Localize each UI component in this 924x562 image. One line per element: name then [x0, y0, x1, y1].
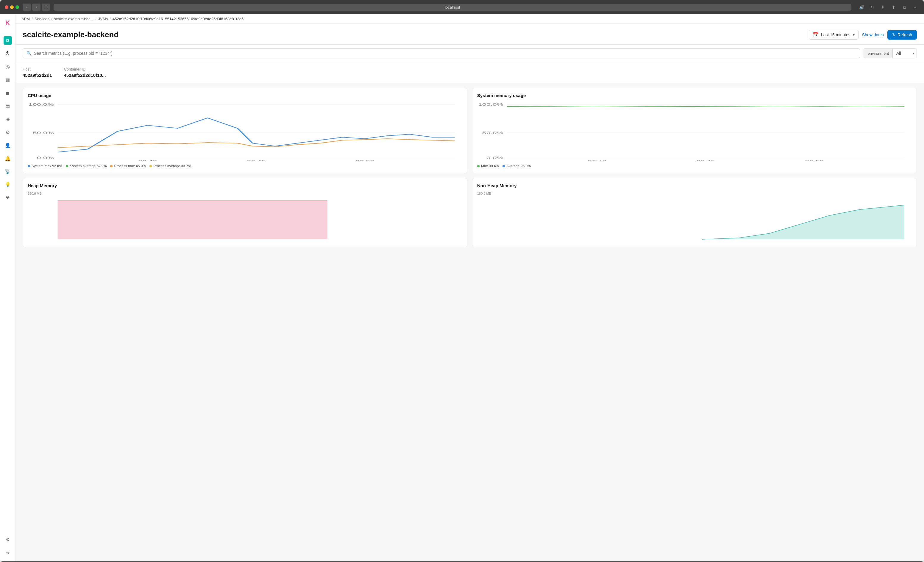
environment-select[interactable]: All	[893, 48, 916, 58]
download-icon[interactable]: ⬇	[879, 4, 887, 11]
breadcrumb: APM / Services / scalcite-example-bac...…	[15, 14, 924, 24]
cpu-chart-svg: 100.0% 50.0% 0.0% 06:40 06:45 06:50	[28, 102, 462, 161]
breadcrumb-services[interactable]: Services	[34, 16, 50, 21]
memory-chart-svg: 100.0% 50.0% 0.0% 06:40 06:45 06:50	[477, 102, 912, 161]
share-icon[interactable]: ⬆	[890, 4, 898, 11]
svg-text:0.0%: 0.0%	[37, 156, 54, 160]
cpu-chart-area: 100.0% 50.0% 0.0% 06:40 06:45 06:50	[28, 102, 462, 161]
non-heap-y-label: 180.0 MB	[477, 192, 912, 195]
sidebar-item-dashboard[interactable]: ▦	[2, 74, 14, 86]
sidebar-item-alerts[interactable]: 🔔	[2, 153, 14, 164]
sidebar-item-canvas[interactable]: ▤	[2, 100, 14, 112]
memory-chart-area: 100.0% 50.0% 0.0% 06:40 06:45 06:50	[477, 102, 912, 161]
collapse-icon: ⇒	[6, 550, 9, 556]
heap-y-label: 550.0 MB	[28, 192, 462, 195]
average-dot	[502, 165, 505, 167]
breadcrumb-jvms[interactable]: JVMs	[98, 16, 108, 21]
search-input[interactable]	[34, 51, 856, 55]
svg-text:06:50: 06:50	[356, 160, 374, 161]
heap-chart-svg	[28, 198, 462, 242]
memory-chart-title: System memory usage	[477, 93, 912, 98]
svg-text:100.0%: 100.0%	[478, 103, 503, 106]
sidebar-item-lens[interactable]: 💡	[2, 178, 14, 190]
breadcrumb-apm[interactable]: APM	[21, 16, 30, 21]
non-heap-chart-title: Non-Heap Memory	[477, 183, 912, 188]
legend-average: Average 96.0%	[502, 164, 531, 168]
duplicate-icon[interactable]: ⧉	[900, 4, 909, 11]
sidebar-item-siem[interactable]: ❤	[2, 192, 14, 204]
time-range-picker[interactable]: 📅 Last 15 minutes ▾	[809, 30, 858, 40]
host-label: Host	[22, 67, 52, 72]
sidebar-item-ml[interactable]: ⚙	[2, 126, 14, 138]
host-info: Host 452a9f52d2d1 Container ID 452a9f52d…	[15, 62, 924, 83]
non-heap-area-fill	[702, 205, 904, 239]
volume-icon[interactable]: 🔊	[857, 4, 866, 11]
main-content: APM / Services / scalcite-example-bac...…	[15, 14, 924, 561]
system-max-line	[58, 118, 455, 152]
reload-icon[interactable]: ↻	[868, 4, 876, 11]
back-button[interactable]: ‹	[22, 4, 31, 11]
process-max-line	[58, 139, 455, 148]
sidebar-item-settings[interactable]: ⚙	[2, 534, 14, 546]
svg-text:50.0%: 50.0%	[33, 131, 54, 135]
non-heap-chart-area	[477, 198, 912, 242]
legend-process-avg: Process average 33.7%	[149, 164, 191, 168]
svg-text:50.0%: 50.0%	[482, 131, 503, 135]
refresh-button[interactable]: ↻ Refresh	[887, 30, 917, 40]
forward-button[interactable]: ›	[32, 4, 40, 11]
legend-max: Max 99.4%	[477, 164, 499, 168]
maximize-button[interactable]	[15, 5, 19, 9]
app-logo[interactable]: K	[3, 16, 12, 29]
search-icon: 🔍	[27, 51, 32, 55]
cpu-chart-title: CPU usage	[28, 93, 462, 98]
dashboard-icon: ▦	[5, 77, 10, 83]
sidebar-item-discover[interactable]: ◎	[2, 61, 14, 73]
canvas-icon: ▤	[5, 103, 10, 109]
sidebar-item-badge[interactable]: D	[2, 34, 14, 46]
container-item: Container ID 452a9f52d2d10f10...	[64, 67, 106, 78]
legend-system-max: System max 92.0%	[28, 164, 62, 168]
memory-chart-card: System memory usage 100.0% 50.0% 0.0%	[472, 88, 917, 173]
container-value: 452a9f52d2d10f10...	[64, 73, 106, 78]
system-avg-label: System average 52.9%	[70, 164, 106, 168]
settings-icon: ⚙	[6, 537, 10, 543]
cpu-chart-legend: System max 92.0% System average 52.9% Pr…	[28, 164, 462, 168]
clock-icon: ⏱	[5, 51, 10, 56]
sidebar-item-visualize[interactable]: ◼	[2, 87, 14, 99]
siem-icon: ❤	[6, 195, 9, 201]
host-item: Host 452a9f52d2d1	[22, 67, 52, 78]
svg-text:06:45: 06:45	[247, 160, 266, 161]
breadcrumb-sep-1: /	[32, 16, 33, 21]
visualize-icon: ◼	[6, 90, 9, 96]
address-bar[interactable]: localhost	[54, 4, 851, 11]
breadcrumb-service-name[interactable]: scalcite-example-bac...	[54, 16, 93, 21]
close-button[interactable]	[5, 5, 8, 9]
breadcrumb-sep-3: /	[95, 16, 96, 21]
minimize-button[interactable]	[10, 5, 14, 9]
sidebar-item-uptime[interactable]: 📡	[2, 165, 14, 177]
sidebar-collapse-button[interactable]: ⇒	[2, 547, 14, 558]
svg-text:0.0%: 0.0%	[486, 156, 503, 160]
sidebar-toggle-button[interactable]: ☰	[42, 4, 50, 11]
legend-process-max: Process max 45.9%	[110, 164, 146, 168]
environment-filter: environment All ▾	[864, 48, 917, 58]
browser-window: ‹ › ☰ localhost 🔊 ↻ ⬇ ⬆ ⧉ + K D ⏱	[0, 0, 924, 562]
memory-max-line	[507, 106, 904, 106]
non-heap-chart-svg	[477, 198, 912, 242]
lens-icon: 💡	[5, 182, 11, 187]
sidebar-item-apm[interactable]: ⏱	[2, 48, 14, 60]
svg-text:06:40: 06:40	[588, 160, 606, 161]
environment-select-wrap: All ▾	[893, 48, 916, 58]
ml-icon: ⚙	[6, 129, 10, 135]
process-avg-dot	[149, 165, 152, 167]
heap-area-fill	[58, 201, 327, 239]
sidebar-item-users[interactable]: 👤	[2, 139, 14, 151]
alerts-icon: 🔔	[5, 156, 11, 161]
show-dates-button[interactable]: Show dates	[862, 33, 884, 37]
max-label: Max 99.4%	[481, 164, 499, 168]
sidebar: K D ⏱ ◎ ▦ ◼ ▤ ◈ ⚙	[0, 14, 15, 561]
add-tab-icon[interactable]: +	[911, 4, 919, 11]
refresh-label: Refresh	[897, 33, 912, 37]
sidebar-item-maps[interactable]: ◈	[2, 113, 14, 125]
kibana-logo: K	[5, 19, 10, 27]
